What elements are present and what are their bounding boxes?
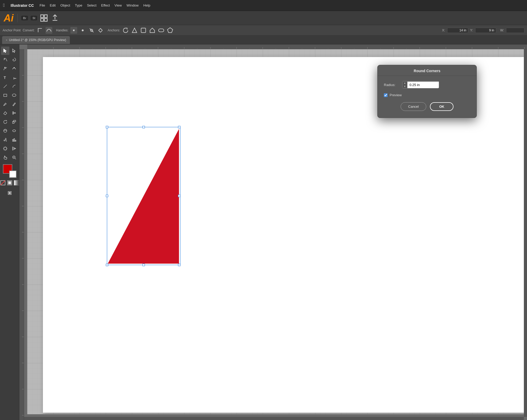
lasso-tool[interactable]: [10, 55, 18, 64]
radius-row: Radius: ▲ ▼: [384, 81, 470, 88]
eraser-tool[interactable]: [1, 109, 9, 117]
menu-edit[interactable]: Edit: [50, 3, 55, 7]
tab-title: Untitled-1* @ 150% (RGB/GPU Preview): [9, 38, 66, 42]
symbol-sprayer-tool[interactable]: [1, 135, 9, 144]
tool-row-2: [1, 55, 18, 64]
anchors-btn3[interactable]: [140, 27, 147, 34]
arc-tool[interactable]: [10, 82, 18, 90]
svg-rect-1: [44, 15, 47, 18]
w-input[interactable]: [506, 28, 524, 33]
svg-point-5: [82, 29, 84, 31]
anchors-btn5[interactable]: [158, 27, 165, 34]
menu-help[interactable]: Help: [143, 3, 150, 7]
handles-corner-btn[interactable]: [70, 27, 77, 34]
stroke-swatch[interactable]: [9, 171, 16, 178]
menu-view[interactable]: View: [115, 3, 122, 7]
workspace-switcher[interactable]: [40, 14, 48, 22]
magic-wand-tool[interactable]: [1, 55, 9, 64]
stock-button[interactable]: St: [31, 16, 37, 20]
none-icon[interactable]: [0, 180, 6, 186]
zoom-tool[interactable]: [10, 153, 18, 162]
dialog-title: Round Corners: [378, 65, 476, 76]
tool-row-7: [1, 100, 18, 108]
svg-rect-2: [41, 18, 44, 21]
color-mode-icon[interactable]: [7, 180, 13, 186]
menu-window[interactable]: Window: [127, 3, 139, 7]
convert-smooth-btn[interactable]: [46, 27, 52, 34]
dialog-buttons: Cancel OK: [384, 102, 470, 112]
tool-row-4: T T: [1, 73, 18, 82]
tool-row-11: [1, 135, 18, 144]
menu-object[interactable]: Object: [60, 3, 70, 7]
convert-label: Convert:: [23, 29, 35, 32]
preview-checkbox[interactable]: [384, 93, 388, 97]
y-input[interactable]: [475, 28, 496, 33]
app-name[interactable]: Illustrator CC: [11, 3, 34, 8]
svg-rect-54: [27, 44, 527, 49]
anchors-btn1[interactable]: [122, 27, 129, 34]
selection-tool[interactable]: [1, 47, 9, 55]
apple-menu[interactable]: : [3, 3, 5, 8]
line-segment-tool[interactable]: [1, 82, 9, 90]
handles-label: Handles:: [56, 29, 68, 32]
convert-corner-btn[interactable]: [37, 27, 43, 34]
svg-point-24: [13, 113, 14, 114]
dialog-overlay: Round Corners Radius: ▲ ▼: [27, 49, 524, 414]
menu-effect[interactable]: Effect: [101, 3, 110, 7]
cancel-button[interactable]: Cancel: [401, 102, 426, 111]
svg-point-15: [4, 67, 5, 68]
svg-rect-34: [14, 139, 15, 141]
handles-smooth-btn[interactable]: [79, 27, 86, 34]
color-icons: [0, 180, 19, 186]
scrollbar-vertical[interactable]: [524, 49, 527, 417]
scissors-tool[interactable]: [10, 109, 18, 117]
column-graph-tool[interactable]: [10, 135, 18, 144]
radius-stepper[interactable]: ▲ ▼: [402, 81, 407, 88]
radius-stepper-up[interactable]: ▲: [402, 81, 407, 85]
ok-button[interactable]: OK: [430, 102, 453, 111]
scrollbar-horizontal[interactable]: [24, 417, 524, 420]
slice-tool[interactable]: [10, 144, 18, 153]
direct-selection-tool[interactable]: [10, 47, 18, 55]
pencil-tool[interactable]: [10, 100, 18, 108]
curvature-tool[interactable]: [10, 64, 18, 73]
radius-label: Radius:: [384, 83, 400, 87]
hand-tool[interactable]: [1, 153, 9, 162]
type-tool[interactable]: T: [1, 73, 9, 82]
menu-file[interactable]: File: [40, 3, 45, 7]
artboard-tool[interactable]: [1, 144, 9, 153]
svg-rect-10: [159, 29, 164, 32]
share-button[interactable]: [51, 14, 59, 22]
svg-rect-33: [13, 139, 13, 141]
gradient-icon[interactable]: [14, 180, 19, 186]
pen-tool[interactable]: [1, 64, 9, 73]
vertical-type-tool[interactable]: T: [10, 73, 18, 82]
radius-stepper-down[interactable]: ▼: [402, 85, 407, 88]
anchors-btn4[interactable]: [149, 27, 156, 34]
rotate-tool[interactable]: [1, 118, 9, 126]
bridge-button[interactable]: Br: [21, 16, 28, 20]
reshape-tool[interactable]: [10, 127, 18, 135]
paintbrush-tool[interactable]: [1, 100, 9, 108]
document-tab[interactable]: × Untitled-1* @ 150% (RGB/GPU Preview): [2, 36, 70, 44]
anchors-btn6[interactable]: [167, 27, 173, 34]
tab-close-icon[interactable]: ×: [6, 38, 7, 42]
tab-bar: × Untitled-1* @ 150% (RGB/GPU Preview): [0, 36, 527, 44]
handles-btn4[interactable]: [97, 27, 104, 34]
rectangle-tool[interactable]: [1, 91, 9, 99]
ellipse-tool[interactable]: [10, 91, 18, 99]
handles-btn3[interactable]: [88, 27, 95, 34]
scale-tool[interactable]: [10, 118, 18, 126]
edit-artboard-btn[interactable]: [5, 189, 14, 197]
anchors-btn2[interactable]: [131, 27, 138, 34]
anchor-point-label: Anchor Point: [3, 29, 21, 32]
tool-row-9: [1, 118, 18, 126]
tool-row-1: [1, 47, 18, 55]
main-layout: T T: [0, 44, 527, 420]
warp-tool[interactable]: [1, 127, 9, 135]
x-input[interactable]: [447, 28, 468, 33]
menu-select[interactable]: Select: [87, 3, 96, 7]
menu-type[interactable]: Type: [75, 3, 82, 7]
radius-input[interactable]: [407, 82, 439, 88]
svg-line-44: [15, 158, 16, 159]
